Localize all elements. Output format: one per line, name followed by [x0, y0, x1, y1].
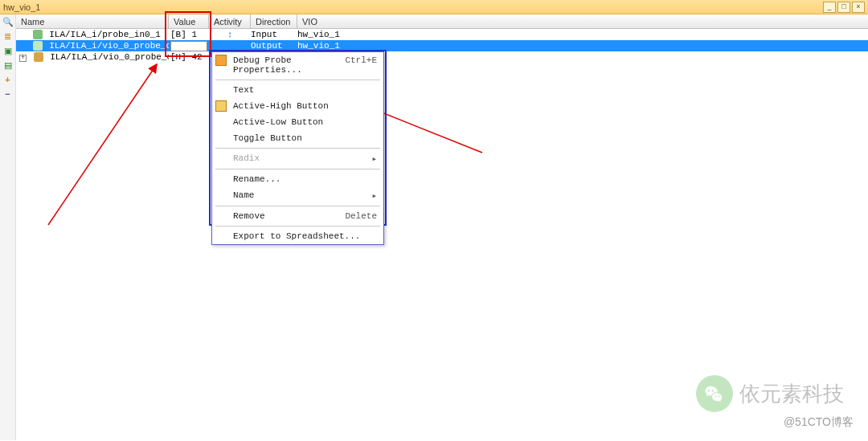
menu-name[interactable]: Name ▸	[212, 187, 383, 204]
window-controls: _ □ ×	[823, 2, 865, 13]
menu-export-spreadsheet[interactable]: Export to Spreadsheet...	[212, 228, 383, 244]
minus-icon[interactable]: −	[2, 88, 14, 100]
expand-icon[interactable]: +	[19, 55, 27, 62]
probe-vio: hw_vio_1	[297, 30, 346, 39]
leaf-icon	[33, 30, 43, 39]
minimize-button[interactable]: _	[823, 2, 836, 13]
submenu-arrow-icon: ▸	[371, 153, 377, 164]
side-toolbar: 🔍 ≣ ▣ ▤ + −	[0, 14, 16, 440]
menu-separator	[215, 206, 380, 206]
search-icon[interactable]: 🔍	[2, 16, 14, 27]
watermark-brand: 依元素科技	[696, 375, 844, 412]
column-direction[interactable]: Direction	[251, 14, 297, 28]
column-activity[interactable]: Activity	[209, 14, 251, 28]
menu-separator	[215, 148, 380, 149]
menu-active-high-button[interactable]: Active-High Button	[212, 98, 383, 114]
probe-value-editable[interactable]: 0	[169, 41, 209, 51]
window-title: hw_vio_1	[3, 2, 823, 12]
probe-name: + ILA/ILA_i/vio_0_probe_out1[7:0]	[16, 52, 169, 62]
plus-icon[interactable]: +	[2, 74, 14, 85]
tree-collapse-icon[interactable]: ▣	[2, 45, 14, 56]
probe-direction: Output	[251, 41, 297, 51]
menu-separator	[215, 226, 380, 227]
probe-direction: Input	[251, 30, 297, 39]
properties-icon	[215, 55, 227, 66]
maximize-button[interactable]: □	[837, 2, 850, 13]
menu-radix: Radix ▸	[212, 150, 383, 167]
menu-remove[interactable]: Remove Delete	[212, 208, 383, 224]
wechat-icon	[696, 375, 733, 412]
menu-separator	[215, 80, 380, 80]
probe-name: ILA/ILA_i/probe_in0_1	[16, 30, 169, 39]
bus-icon	[34, 52, 43, 62]
menu-separator	[215, 169, 380, 169]
submenu-arrow-icon: ▸	[371, 190, 377, 201]
title-bar: hw_vio_1 _ □ ×	[0, 0, 868, 14]
table-row[interactable]: + ILA/ILA_i/vio_0_probe_out1[7:0] [H] 42	[16, 51, 868, 63]
probe-vio: hw_vio_1	[297, 41, 346, 51]
table-row[interactable]: ILA/ILA_i/vio_0_probe_out0 0 Output hw_v…	[16, 40, 868, 51]
table-row[interactable]: ILA/ILA_i/probe_in0_1 [B] 1 ↕ Input hw_v…	[16, 29, 868, 40]
menu-debug-probe-properties[interactable]: Debug Probe Properties... Ctrl+E	[212, 52, 383, 78]
probe-name: ILA/ILA_i/vio_0_probe_out0	[16, 41, 169, 51]
column-name[interactable]: Name	[16, 14, 169, 28]
column-value[interactable]: Value	[169, 14, 209, 28]
menu-toggle-button[interactable]: Toggle Button	[212, 130, 383, 146]
button-icon	[215, 100, 227, 112]
probe-value: [H] 42	[169, 52, 209, 62]
column-vio[interactable]: VIO	[297, 14, 346, 28]
leaf-icon	[33, 41, 43, 51]
svg-line-1	[48, 64, 157, 225]
menu-active-low-button[interactable]: Active-Low Button	[212, 114, 383, 130]
close-button[interactable]: ×	[852, 2, 865, 13]
context-menu: Debug Probe Properties... Ctrl+E Text Ac…	[211, 51, 384, 245]
menu-text[interactable]: Text	[212, 82, 383, 98]
watermark-footer: @51CTO博客	[784, 415, 854, 430]
probe-value: [B] 1	[169, 30, 209, 39]
menu-rename[interactable]: Rename...	[212, 171, 383, 187]
filter-icon[interactable]: ≣	[2, 31, 14, 42]
tree-expand-icon[interactable]: ▤	[2, 59, 14, 71]
table-header: Name Value Activity Direction VIO	[16, 14, 868, 29]
activity-icon: ↕	[209, 30, 251, 39]
table-body: ILA/ILA_i/probe_in0_1 [B] 1 ↕ Input hw_v…	[16, 29, 868, 63]
